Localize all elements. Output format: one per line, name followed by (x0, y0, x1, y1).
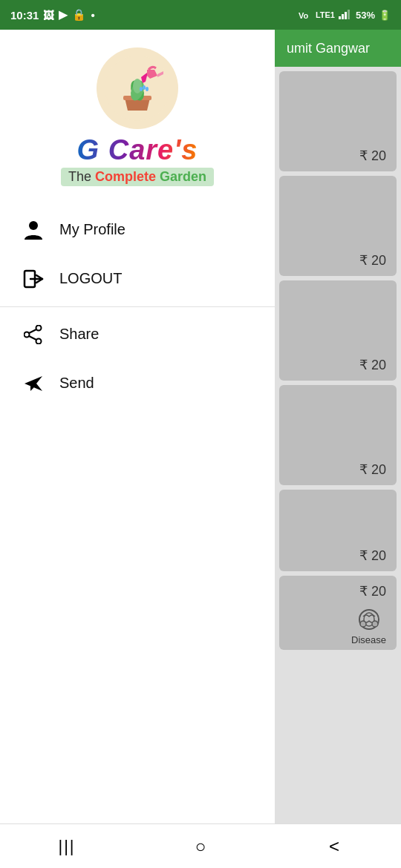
send-label: Send (59, 375, 94, 392)
svg-rect-2 (342, 14, 344, 19)
menu-item-share[interactable]: Share (0, 310, 275, 359)
app-subtitle-wrap: The Complete Garden (61, 168, 214, 186)
menu-item-send[interactable]: Send (0, 359, 275, 408)
svg-point-23 (360, 621, 366, 627)
gallery-icon: 🖼 (43, 9, 54, 22)
menu-item-profile[interactable]: My Profile (0, 206, 275, 254)
battery-text: 53% (356, 10, 375, 21)
send-icon (22, 372, 45, 395)
svg-rect-1 (339, 16, 341, 19)
logo-area: G Care's The Complete Garden (0, 30, 275, 198)
youtube-icon: ▶ (59, 8, 68, 22)
main-layout: G Care's The Complete Garden My Profile (0, 30, 401, 868)
status-left: 10:31 🖼 ▶ 🔒 • (10, 8, 95, 22)
product-card-5: ₹ 20 (279, 490, 397, 571)
logo-illustration (104, 55, 171, 122)
product-list: ₹ 20 ₹ 20 ₹ 20 ₹ 20 ₹ 20 ₹ 20 (275, 67, 401, 868)
status-right: Vo LTE1 53% 🔋 (299, 9, 391, 22)
menu-item-logout[interactable]: LOGOUT (0, 254, 275, 303)
svg-point-10 (143, 85, 146, 90)
svg-rect-3 (345, 12, 347, 19)
disease-tab-label[interactable]: Disease (351, 634, 386, 645)
share-label: Share (59, 326, 99, 343)
price-3: ₹ 20 (359, 357, 386, 373)
svg-line-19 (29, 329, 36, 333)
person-icon (22, 219, 45, 241)
signal-lte-icon: LTE1 (316, 10, 335, 19)
wifi-icon: Vo (299, 9, 312, 22)
app-name: G Care's (77, 135, 198, 166)
app-subtitle: The Complete Garden (68, 169, 206, 184)
logo-circle (97, 47, 178, 129)
product-card-2: ₹ 20 (279, 176, 397, 276)
time-display: 10:31 (10, 9, 39, 22)
drawer-menu: G Care's The Complete Garden My Profile (0, 30, 275, 868)
logout-icon (22, 268, 45, 290)
svg-text:Vo: Vo (299, 11, 309, 19)
disease-icon (356, 608, 382, 634)
bottom-nav: ||| ○ < (0, 823, 401, 868)
product-card-4: ₹ 20 (279, 385, 397, 485)
profile-label: My Profile (59, 221, 125, 238)
right-panel: umit Gangwar ₹ 20 ₹ 20 ₹ 20 ₹ 20 ₹ 20 ₹ … (275, 30, 401, 868)
signal-bars-icon (339, 9, 352, 22)
lock-icon: 🔒 (72, 8, 86, 22)
home-circle-icon: ○ (195, 836, 206, 857)
product-card-1: ₹ 20 (279, 71, 397, 171)
menu-divider (0, 306, 275, 307)
price-4: ₹ 20 (359, 461, 386, 478)
share-icon (22, 323, 45, 346)
svg-point-24 (372, 621, 378, 627)
svg-rect-4 (348, 10, 350, 19)
product-card-6: ₹ 20 Disease (279, 576, 397, 650)
back-chevron-icon: < (329, 836, 339, 857)
menu-bars-icon: ||| (58, 837, 75, 856)
dot-icon: • (91, 9, 94, 22)
nav-home-button[interactable]: ○ (178, 832, 223, 861)
user-name: umit Gangwar (287, 41, 370, 56)
svg-point-13 (29, 221, 38, 230)
product-card-3: ₹ 20 (279, 280, 397, 381)
svg-point-11 (146, 87, 149, 91)
price-2: ₹ 20 (359, 252, 386, 269)
logout-label: LOGOUT (59, 270, 122, 287)
status-bar: 10:31 🖼 ▶ 🔒 • Vo LTE1 53% 🔋 (0, 0, 401, 30)
price-6: ₹ 20 (359, 583, 386, 599)
svg-line-20 (29, 336, 36, 340)
menu-items: My Profile LOGOUT (0, 198, 275, 415)
nav-back-button[interactable]: < (312, 832, 356, 861)
price-5: ₹ 20 (359, 548, 386, 564)
nav-menu-button[interactable]: ||| (45, 832, 89, 861)
right-header: umit Gangwar (275, 30, 401, 67)
svg-point-12 (140, 87, 143, 91)
battery-icon: 🔋 (379, 10, 391, 21)
price-1: ₹ 20 (359, 148, 386, 164)
svg-point-9 (133, 79, 142, 93)
